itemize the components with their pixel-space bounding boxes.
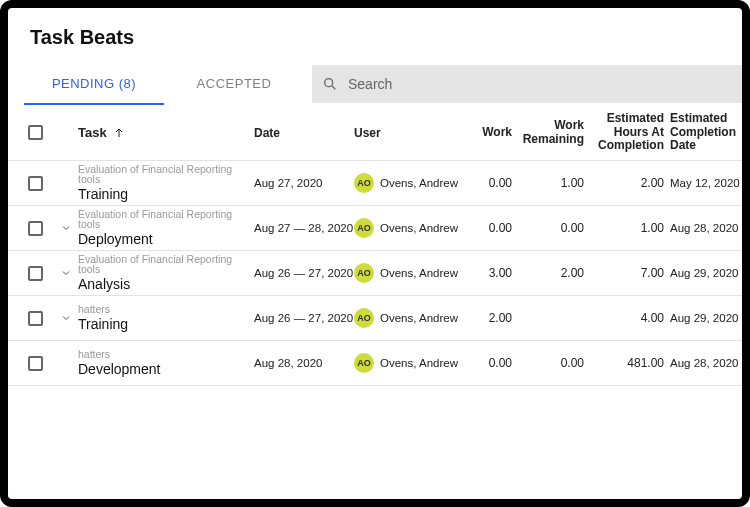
- page-title: Task Beats: [8, 22, 742, 63]
- avatar: AO: [354, 308, 374, 328]
- table-row: Evaluation of Financial Reporting toolsD…: [8, 206, 742, 251]
- svg-point-0: [325, 79, 333, 87]
- user-name: Ovens, Andrew: [380, 312, 458, 324]
- ecd-cell: May 12, 2020: [664, 177, 744, 189]
- date-cell: Aug 26 — 27, 2020: [254, 267, 354, 279]
- project-label: Evaluation of Financial Reporting tools: [78, 254, 254, 275]
- user-name: Ovens, Andrew: [380, 177, 458, 189]
- estimated-cell: 2.00: [584, 176, 664, 190]
- task-name[interactable]: Development: [78, 362, 254, 377]
- header-task[interactable]: Task: [78, 125, 107, 140]
- sort-asc-icon: [113, 127, 125, 139]
- user-name: Ovens, Andrew: [380, 357, 458, 369]
- project-label: hatters: [78, 304, 254, 315]
- work-cell: 3.00: [464, 266, 512, 280]
- project-label: Evaluation of Financial Reporting tools: [78, 209, 254, 230]
- tab-pending-label: PENDING (8): [52, 76, 136, 91]
- header-date[interactable]: Date: [254, 126, 280, 140]
- task-table: Task Date User Work Work Remaining Estim…: [8, 105, 742, 386]
- row-checkbox[interactable]: [28, 266, 43, 281]
- work-cell: 0.00: [464, 356, 512, 370]
- toolbar: PENDING (8) ACCEPTED: [8, 63, 742, 105]
- tab-pending[interactable]: PENDING (8): [24, 63, 164, 105]
- task-name[interactable]: Analysis: [78, 277, 254, 292]
- project-label: Evaluation of Financial Reporting tools: [78, 164, 254, 185]
- avatar: AO: [354, 263, 374, 283]
- table-row: Evaluation of Financial Reporting toolsA…: [8, 251, 742, 296]
- search-input[interactable]: [348, 76, 732, 92]
- header-work[interactable]: Work: [482, 125, 512, 139]
- work-cell: 0.00: [464, 221, 512, 235]
- user-name: Ovens, Andrew: [380, 222, 458, 234]
- table-row: hattersDevelopmentAug 28, 2020AOOvens, A…: [8, 341, 742, 386]
- work-cell: 2.00: [464, 311, 512, 325]
- task-name[interactable]: Training: [78, 187, 254, 202]
- table-row: hattersTrainingAug 26 — 27, 2020AOOvens,…: [8, 296, 742, 341]
- row-checkbox[interactable]: [28, 176, 43, 191]
- estimated-cell: 1.00: [584, 221, 664, 235]
- ecd-cell: Aug 29, 2020: [664, 312, 744, 324]
- header-user[interactable]: User: [354, 126, 381, 140]
- app-window: Task Beats PENDING (8) ACCEPTED: [0, 0, 750, 507]
- avatar: AO: [354, 218, 374, 238]
- project-label: hatters: [78, 349, 254, 360]
- remaining-cell: 0.00: [512, 221, 584, 235]
- user-name: Ovens, Andrew: [380, 267, 458, 279]
- task-name[interactable]: Training: [78, 317, 254, 332]
- chevron-down-icon[interactable]: [60, 222, 72, 234]
- search-icon: [322, 76, 338, 92]
- remaining-cell: 1.00: [512, 176, 584, 190]
- svg-line-1: [332, 86, 335, 89]
- date-cell: Aug 28, 2020: [254, 357, 354, 369]
- remaining-cell: 0.00: [512, 356, 584, 370]
- date-cell: Aug 26 — 27, 2020: [254, 312, 354, 324]
- date-cell: Aug 27 — 28, 2020: [254, 222, 354, 234]
- ecd-cell: Aug 29, 2020: [664, 267, 744, 279]
- tab-accepted[interactable]: ACCEPTED: [164, 63, 304, 105]
- header-estimated[interactable]: Estimated Hours At Completion: [598, 111, 664, 153]
- search-box[interactable]: [312, 65, 742, 103]
- work-cell: 0.00: [464, 176, 512, 190]
- select-all-checkbox[interactable]: [28, 125, 43, 140]
- tab-accepted-label: ACCEPTED: [197, 76, 272, 91]
- header-remaining[interactable]: Work Remaining: [523, 118, 584, 146]
- estimated-cell: 481.00: [584, 356, 664, 370]
- chevron-down-icon[interactable]: [60, 267, 72, 279]
- estimated-cell: 4.00: [584, 311, 664, 325]
- avatar: AO: [354, 353, 374, 373]
- chevron-down-icon[interactable]: [60, 312, 72, 324]
- estimated-cell: 7.00: [584, 266, 664, 280]
- table-header: Task Date User Work Work Remaining Estim…: [8, 105, 742, 161]
- row-checkbox[interactable]: [28, 311, 43, 326]
- header-ecd[interactable]: Estimated Completion Date: [670, 111, 736, 153]
- avatar: AO: [354, 173, 374, 193]
- row-checkbox[interactable]: [28, 221, 43, 236]
- task-name[interactable]: Deployment: [78, 232, 254, 247]
- date-cell: Aug 27, 2020: [254, 177, 354, 189]
- table-row: Evaluation of Financial Reporting toolsT…: [8, 161, 742, 206]
- ecd-cell: Aug 28, 2020: [664, 222, 744, 234]
- ecd-cell: Aug 28, 2020: [664, 357, 744, 369]
- row-checkbox[interactable]: [28, 356, 43, 371]
- remaining-cell: 2.00: [512, 266, 584, 280]
